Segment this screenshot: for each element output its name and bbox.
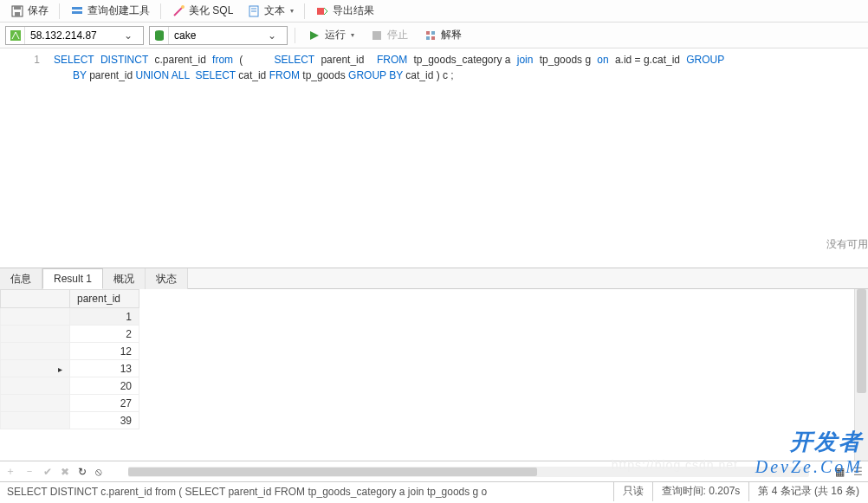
document-icon (247, 4, 261, 18)
svg-rect-10 (317, 8, 324, 15)
stop-fetch-button[interactable]: ⦸ (95, 466, 102, 478)
status-sql-preview: SELECT DISTINCT c.parent_id from ( SELEC… (0, 486, 613, 498)
database-input[interactable] (169, 27, 264, 44)
svg-rect-2 (15, 12, 20, 16)
toolbar-connection: ⌄ ⌄ 运行 ▾ 停止 解释 (0, 23, 868, 48)
chevron-down-icon[interactable]: ⌄ (120, 29, 136, 42)
svg-rect-16 (372, 31, 381, 40)
tab-profile[interactable]: 概况 (103, 268, 146, 289)
table-row[interactable]: 20 (1, 377, 139, 395)
svg-rect-18 (431, 31, 435, 35)
query-builder-label: 查询创建工具 (87, 3, 150, 18)
scrollbar-thumb[interactable] (857, 289, 866, 393)
table-row[interactable]: 13 (1, 360, 139, 377)
row-selector[interactable] (1, 412, 70, 429)
text-menu-button[interactable]: 文本 ▾ (242, 2, 299, 21)
run-label: 运行 (325, 28, 346, 42)
truncated-panel-text: 没有可用 (826, 237, 868, 252)
row-selector[interactable] (1, 343, 70, 360)
cell-parent-id[interactable]: 12 (70, 343, 139, 360)
query-builder-icon (70, 4, 84, 18)
sql-editor[interactable]: SELECT DISTINCT c.parent_id from ( SELEC… (49, 48, 868, 268)
scrollbar-thumb[interactable] (128, 468, 537, 476)
beautify-label: 美化 SQL (189, 3, 233, 18)
watermark-url: https://blog.csdn.net (612, 458, 738, 472)
stop-button[interactable]: 停止 (365, 26, 413, 45)
separator (295, 28, 295, 43)
text-menu-label: 文本 (264, 3, 285, 18)
cell-parent-id[interactable]: 13 (70, 360, 139, 377)
status-bar: SELECT DISTINCT c.parent_id from ( SELEC… (0, 481, 868, 500)
connection-icon (6, 27, 25, 44)
svg-rect-3 (72, 7, 82, 10)
beautify-sql-button[interactable]: 美化 SQL (166, 2, 238, 21)
sql-editor-area: 1 SELECT DISTINCT c.parent_id from ( SEL… (0, 48, 868, 268)
row-selector[interactable] (1, 377, 70, 395)
svg-point-6 (181, 5, 185, 9)
cell-parent-id[interactable]: 20 (70, 377, 139, 395)
explain-icon (424, 29, 437, 42)
table-row[interactable]: 27 (1, 395, 139, 412)
database-selector[interactable]: ⌄ (149, 26, 288, 45)
explain-button[interactable]: 解释 (418, 26, 467, 45)
cell-parent-id[interactable]: 27 (70, 395, 139, 412)
play-icon (308, 29, 321, 42)
save-icon (10, 4, 24, 18)
status-readonly: 只读 (613, 482, 652, 501)
svg-point-14 (155, 37, 164, 41)
row-selector[interactable] (1, 308, 70, 326)
tab-info[interactable]: 信息 (0, 268, 42, 289)
row-selector[interactable] (1, 395, 70, 412)
result-tabs: 信息 Result 1 概况 状态 (0, 268, 868, 289)
cell-parent-id[interactable]: 1 (70, 308, 139, 326)
result-grid[interactable]: parent_id 121213202739 (0, 289, 854, 461)
svg-rect-19 (426, 36, 430, 40)
apply-button[interactable]: ✔ (43, 466, 52, 478)
separator (160, 3, 161, 19)
explain-label: 解释 (441, 28, 462, 42)
svg-rect-4 (72, 11, 82, 14)
host-selector[interactable]: ⌄ (5, 26, 144, 45)
status-query-time: 查询时间: 0.207s (652, 482, 749, 501)
export-result-button[interactable]: 导出结果 (310, 2, 379, 21)
svg-rect-1 (14, 6, 21, 10)
table-row[interactable]: 39 (1, 412, 139, 429)
watermark-logo: 开发者 DevZe.CoM (755, 427, 863, 477)
svg-marker-15 (310, 31, 319, 40)
refresh-button[interactable]: ↻ (78, 466, 87, 478)
database-icon (150, 27, 169, 44)
export-label: 导出结果 (333, 3, 374, 18)
result-grid-wrap: parent_id 121213202739 (0, 289, 868, 461)
save-label: 保存 (28, 3, 49, 18)
export-icon (315, 4, 329, 18)
add-row-button[interactable]: ＋ (5, 464, 16, 479)
delete-row-button[interactable]: － (24, 464, 35, 479)
query-builder-button[interactable]: 查询创建工具 (65, 2, 155, 21)
table-row[interactable]: 1 (1, 308, 139, 326)
stop-label: 停止 (387, 28, 408, 42)
line-gutter: 1 (0, 48, 49, 268)
host-input[interactable] (25, 27, 120, 44)
column-header[interactable]: parent_id (70, 290, 139, 308)
table-row[interactable]: 2 (1, 326, 139, 343)
tab-status[interactable]: 状态 (146, 268, 188, 289)
tab-result-1[interactable]: Result 1 (42, 268, 103, 289)
row-selector[interactable] (1, 360, 70, 377)
chevron-down-icon: ▾ (351, 31, 354, 39)
chevron-down-icon[interactable]: ⌄ (264, 29, 280, 42)
wand-icon (172, 4, 185, 18)
svg-line-5 (174, 7, 183, 16)
run-button[interactable]: 运行 ▾ (302, 26, 360, 45)
toolbar-main: 保存 查询创建工具 美化 SQL 文本 ▾ 导出结果 (0, 0, 868, 23)
separator (59, 3, 60, 19)
svg-rect-17 (426, 31, 430, 35)
separator (304, 3, 305, 19)
stop-icon (370, 29, 384, 42)
cell-parent-id[interactable]: 2 (70, 326, 139, 343)
row-selector-header (1, 290, 70, 308)
cell-parent-id[interactable]: 39 (70, 412, 139, 429)
row-selector[interactable] (1, 326, 70, 343)
save-button[interactable]: 保存 (5, 2, 54, 21)
cancel-edit-button[interactable]: ✖ (61, 466, 69, 478)
table-row[interactable]: 12 (1, 343, 139, 360)
